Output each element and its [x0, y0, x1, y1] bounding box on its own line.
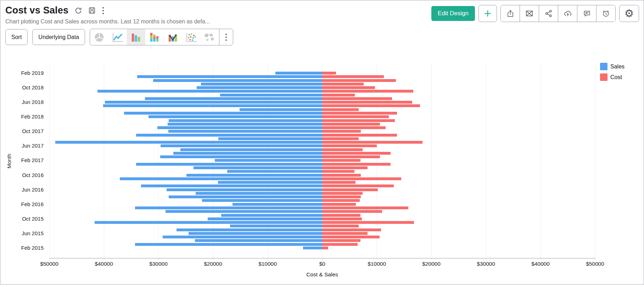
sales-bar[interactable]	[161, 144, 322, 147]
cost-bar[interactable]	[322, 214, 360, 217]
cost-bar[interactable]	[322, 236, 380, 238]
cost-bar[interactable]	[322, 225, 359, 227]
sales-bar[interactable]	[275, 72, 322, 74]
sales-bar[interactable]	[157, 126, 322, 129]
sales-bar[interactable]	[103, 104, 322, 107]
sales-bar[interactable]	[201, 83, 322, 85]
sales-bar[interactable]	[137, 75, 322, 78]
cost-bar[interactable]	[322, 152, 391, 155]
sales-bar[interactable]	[120, 177, 322, 180]
cost-bar[interactable]	[322, 170, 354, 173]
chart-type-stacked-bar[interactable]	[145, 29, 164, 45]
sales-bar[interactable]	[149, 115, 322, 118]
sales-bar[interactable]	[230, 225, 322, 227]
cost-bar[interactable]	[322, 104, 420, 107]
cost-bar[interactable]	[322, 177, 401, 180]
cost-bar[interactable]	[322, 217, 362, 220]
sales-bar[interactable]	[163, 236, 322, 238]
sales-bar[interactable]	[195, 239, 322, 242]
sales-bar[interactable]	[177, 228, 322, 231]
sales-bar[interactable]	[153, 79, 322, 82]
sales-bar[interactable]	[135, 206, 322, 209]
cost-bar[interactable]	[322, 130, 361, 133]
sales-bar[interactable]	[221, 214, 322, 217]
cost-bar[interactable]	[322, 97, 392, 100]
sales-bar[interactable]	[169, 195, 322, 198]
sales-bar[interactable]	[189, 232, 322, 235]
chart-type-line[interactable]	[108, 29, 127, 45]
sales-bar[interactable]	[169, 119, 322, 122]
cost-bar[interactable]	[322, 163, 391, 166]
cost-bar[interactable]	[322, 188, 378, 191]
cost-bar[interactable]	[322, 108, 359, 111]
add-button[interactable]	[478, 5, 497, 22]
sales-bar[interactable]	[141, 184, 322, 187]
sales-bar[interactable]	[173, 152, 322, 155]
cost-bar[interactable]	[322, 232, 368, 235]
cost-bar[interactable]	[322, 79, 396, 82]
sales-bar[interactable]	[136, 134, 322, 137]
export-button[interactable]	[501, 5, 520, 22]
chart-type-scatter[interactable]	[182, 29, 201, 45]
sales-bar[interactable]	[186, 174, 322, 177]
cost-bar[interactable]	[322, 184, 394, 187]
sales-bar[interactable]	[124, 112, 322, 115]
sales-bar[interactable]	[166, 210, 322, 213]
cost-bar[interactable]	[322, 148, 363, 151]
cost-bar[interactable]	[322, 221, 414, 224]
cost-bar[interactable]	[322, 247, 328, 249]
cost-bar[interactable]	[322, 192, 363, 195]
chart-type-combo[interactable]	[164, 29, 182, 45]
sales-bar[interactable]	[220, 94, 322, 96]
sales-bar[interactable]	[145, 97, 323, 100]
chart-type-pie[interactable]	[90, 29, 108, 45]
legend-item-cost[interactable]: Cost	[600, 73, 625, 81]
legend-item-sales[interactable]: Sales	[600, 63, 625, 70]
sales-bar[interactable]	[303, 247, 322, 249]
cost-bar[interactable]	[322, 243, 358, 246]
cost-bar[interactable]	[322, 94, 355, 96]
cost-bar[interactable]	[322, 195, 361, 198]
cloud-upload-button[interactable]	[558, 5, 577, 22]
cost-bar[interactable]	[322, 112, 397, 115]
settings-button[interactable]: ⚙	[619, 5, 639, 22]
cost-bar[interactable]	[322, 72, 336, 74]
cost-bar[interactable]	[322, 141, 422, 144]
cost-bar[interactable]	[322, 137, 359, 140]
sales-bar[interactable]	[196, 192, 322, 195]
save-icon[interactable]	[88, 7, 96, 14]
underlying-data-button[interactable]: Underlying Data	[32, 29, 85, 45]
cost-bar[interactable]	[322, 115, 389, 118]
cost-bar[interactable]	[322, 134, 397, 137]
comment-button[interactable]	[577, 5, 597, 22]
sales-bar[interactable]	[180, 148, 322, 151]
sales-bar[interactable]	[218, 137, 322, 140]
sales-bar[interactable]	[218, 181, 322, 184]
sales-bar[interactable]	[135, 243, 322, 246]
cost-bar[interactable]	[322, 101, 412, 104]
cost-bar[interactable]	[322, 83, 364, 85]
chart-type-map[interactable]	[201, 29, 219, 45]
cost-bar[interactable]	[322, 239, 360, 242]
sales-bar[interactable]	[105, 101, 322, 104]
cost-bar[interactable]	[322, 119, 395, 122]
sales-bar[interactable]	[215, 159, 322, 162]
edit-design-button[interactable]: Edit Design	[431, 6, 475, 21]
more-icon[interactable]	[102, 6, 105, 15]
sort-button[interactable]: Sort	[5, 29, 28, 45]
sales-bar[interactable]	[168, 130, 322, 133]
sales-bar[interactable]	[97, 90, 322, 93]
sales-bar[interactable]	[136, 163, 322, 166]
sales-bar[interactable]	[233, 203, 322, 206]
chart-type-more-button[interactable]	[219, 29, 233, 45]
cost-bar[interactable]	[322, 144, 377, 147]
cost-bar[interactable]	[322, 75, 384, 78]
cost-bar[interactable]	[322, 90, 413, 93]
sales-bar[interactable]	[168, 123, 322, 126]
refresh-icon[interactable]	[74, 7, 82, 15]
email-button[interactable]	[520, 5, 539, 22]
cost-bar[interactable]	[322, 210, 382, 213]
chart-type-bar[interactable]	[127, 29, 145, 45]
cost-bar[interactable]	[322, 206, 408, 209]
cost-bar[interactable]	[322, 159, 360, 162]
